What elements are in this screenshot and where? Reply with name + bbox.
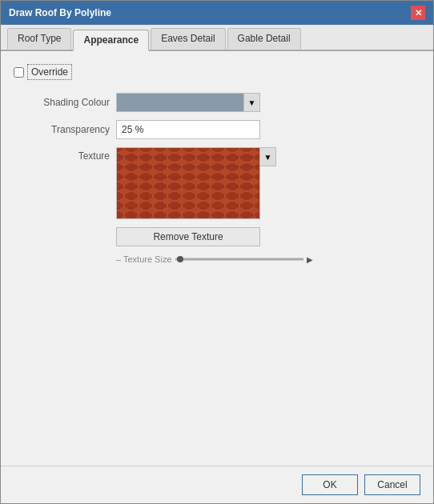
texture-size-row: – Texture Size ▶ — [116, 254, 420, 264]
shading-colour-select[interactable]: ▼ — [116, 93, 260, 112]
texture-label: Texture — [14, 147, 110, 162]
texture-size-label: – Texture Size — [116, 254, 172, 264]
slider-track — [175, 258, 303, 260]
chevron-down-icon: ▼ — [248, 98, 256, 107]
tab-appearance[interactable]: Appearance — [73, 30, 149, 51]
transparency-label: Transparency — [14, 124, 110, 135]
texture-control: ▼ — [116, 147, 276, 219]
shading-colour-row: Shading Colour ▼ — [14, 93, 420, 112]
transparency-input[interactable] — [116, 120, 260, 139]
override-label[interactable]: Override — [27, 64, 72, 80]
colour-swatch — [117, 94, 243, 111]
texture-preview[interactable] — [116, 147, 260, 219]
tab-bar: Roof Type Appearance Eaves Detail Gable … — [1, 25, 433, 51]
texture-dropdown-button[interactable]: ▼ — [260, 147, 276, 166]
override-row: Override — [14, 64, 420, 80]
chevron-down-icon: ▼ — [264, 153, 272, 162]
tab-eaves-detail[interactable]: Eaves Detail — [151, 28, 225, 50]
tab-gable-detail[interactable]: Gable Detail — [227, 28, 301, 50]
texture-size-slider[interactable] — [175, 258, 303, 261]
title-bar: Draw Roof By Polyline ✕ — [1, 1, 433, 25]
colour-dropdown-arrow[interactable]: ▼ — [243, 94, 259, 111]
shading-colour-label: Shading Colour — [14, 97, 110, 108]
slider-right-arrow-icon: ▶ — [307, 255, 313, 264]
slider-thumb[interactable] — [177, 256, 183, 262]
dialog-window: Draw Roof By Polyline ✕ Roof Type Appear… — [0, 0, 434, 504]
roof-tile-pattern — [117, 148, 259, 218]
cancel-button[interactable]: Cancel — [364, 474, 420, 495]
override-checkbox[interactable] — [14, 67, 24, 78]
dialog-footer: OK Cancel — [1, 466, 433, 503]
tab-content-appearance: Override Shading Colour ▼ Transparency T… — [1, 51, 433, 466]
dialog-title: Draw Roof By Polyline — [9, 7, 111, 18]
remove-texture-button[interactable]: Remove Texture — [116, 227, 260, 246]
ok-button[interactable]: OK — [302, 474, 358, 495]
tab-roof-type[interactable]: Roof Type — [7, 28, 71, 50]
transparency-row: Transparency — [14, 120, 420, 139]
texture-row: Texture ▼ — [14, 147, 420, 219]
close-button[interactable]: ✕ — [411, 6, 425, 20]
